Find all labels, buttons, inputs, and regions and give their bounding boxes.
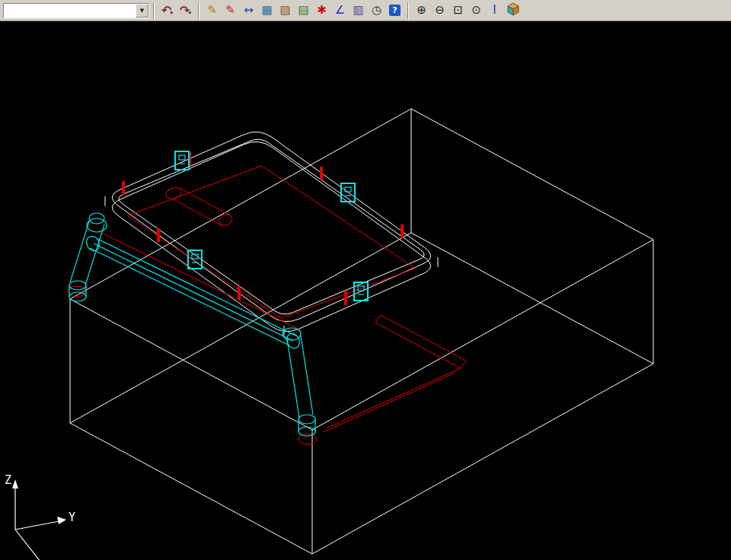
layers-button[interactable]: ▤: [295, 2, 312, 19]
y-axis-label: Y: [69, 511, 75, 524]
dimension-icon: ↔: [244, 5, 254, 16]
z-axis-label: Z: [5, 473, 11, 487]
zoom-out-icon: ⊖: [435, 5, 445, 16]
combobox-dropdown-button[interactable]: ▼: [136, 4, 148, 18]
zoom-in-icon: ⊕: [417, 5, 426, 16]
undo-button[interactable]: ↶ ▾: [158, 2, 176, 19]
combobox-value: [4, 4, 136, 18]
layers-icon: ▤: [298, 5, 308, 16]
toolbar-group-zoom-tools: ⊕⊖⊡⊙I: [413, 2, 503, 19]
pencil-red-icon: ✎: [225, 5, 235, 16]
toolbar-separator: [407, 2, 409, 19]
zoom-window-icon: ⊡: [453, 5, 463, 16]
zoom-window-button[interactable]: ⊡: [449, 2, 467, 19]
zoom-extents-icon: ⊙: [471, 5, 481, 16]
clock-button[interactable]: ◷: [368, 2, 385, 19]
grid-button[interactable]: ▦: [258, 2, 276, 19]
column-icon: I: [493, 5, 496, 16]
command-combobox[interactable]: ▼: [3, 3, 149, 18]
chevron-down-icon: ▼: [140, 8, 144, 14]
bounding-box-wireframe[interactable]: [70, 109, 653, 554]
help-icon: ?: [389, 5, 401, 16]
clamp-marker: [188, 250, 202, 269]
pencil-icon: ✎: [207, 5, 217, 16]
left-leg-tube[interactable]: [69, 213, 107, 301]
toolbar: ▼ ↶ ▾ ↷ ▾ ✎✎↔▦▨▤✱∠▥◷? ⊕⊖⊡⊙I: [0, 0, 731, 21]
chevron-down-icon: ▾: [188, 10, 191, 18]
3d-orbit-cube-button[interactable]: [504, 2, 522, 19]
eraser-button[interactable]: ▨: [276, 2, 294, 19]
zoom-extents-button[interactable]: ⊙: [468, 2, 485, 19]
cube-icon: [506, 2, 520, 19]
zoom-out-button[interactable]: ⊖: [431, 2, 448, 19]
clock-icon: ◷: [372, 5, 381, 16]
dimension-button[interactable]: ↔: [240, 2, 257, 19]
redo-button[interactable]: ↷ ▾: [177, 2, 194, 19]
clamp-marker: [175, 151, 189, 170]
toolbar-separator: [198, 2, 200, 19]
angle-button[interactable]: ∠: [331, 2, 349, 19]
zoom-in-button[interactable]: ⊕: [413, 2, 430, 19]
chevron-down-icon: ▾: [170, 10, 173, 18]
stretcher-tube[interactable]: [85, 234, 302, 351]
angle-icon: ∠: [335, 5, 345, 16]
y-axis-arrowhead: [57, 517, 66, 524]
toolbar-group-draw-tools: ✎✎↔▦▨▤✱∠▥◷?: [203, 2, 404, 19]
pencil-red-button[interactable]: ✎: [222, 2, 239, 19]
help-button[interactable]: ?: [386, 2, 404, 19]
render-flower-icon: ✱: [317, 5, 327, 16]
column-button[interactable]: I: [486, 2, 503, 19]
render-flower-button[interactable]: ✱: [313, 2, 330, 19]
viewport-canvas[interactable]: Z Y: [0, 21, 731, 560]
chart-icon: ▥: [353, 5, 363, 16]
ucs-icon: Z Y: [5, 473, 75, 560]
grid-icon: ▦: [261, 5, 272, 16]
toolbar-separator: [153, 2, 155, 19]
eraser-icon: ▨: [279, 5, 290, 16]
chart-button[interactable]: ▥: [350, 2, 367, 19]
pencil-button[interactable]: ✎: [203, 2, 221, 19]
z-axis-arrowhead: [12, 479, 18, 488]
